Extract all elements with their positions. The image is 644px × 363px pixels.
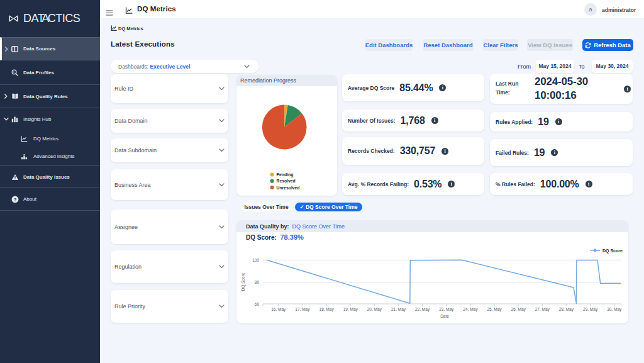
svg-text:Date: Date — [440, 314, 449, 318]
svg-text:19. May: 19. May — [343, 307, 358, 312]
svg-text:23. May: 23. May — [439, 307, 454, 312]
svg-text:29. May: 29. May — [583, 307, 598, 312]
svg-text:20. May: 20. May — [367, 307, 382, 312]
svg-text:22. May: 22. May — [415, 307, 430, 312]
svg-text:80: 80 — [255, 280, 260, 284]
svg-text:Resolved: Resolved — [277, 179, 296, 183]
svg-text:60: 60 — [255, 302, 260, 306]
svg-text:Unresolved: Unresolved — [277, 186, 300, 190]
svg-text:DQ Score: DQ Score — [241, 272, 246, 291]
svg-text:?: ? — [14, 196, 17, 202]
svg-text:26. May: 26. May — [511, 307, 526, 312]
svg-text:Pending: Pending — [277, 172, 294, 177]
svg-text:30. May: 30. May — [607, 307, 622, 312]
svg-text:21. May: 21. May — [391, 307, 406, 312]
svg-text:18. May: 18. May — [319, 307, 335, 312]
svg-text:28. May: 28. May — [559, 307, 574, 312]
svg-text:25. May: 25. May — [487, 307, 502, 312]
svg-text:16. May: 16. May — [271, 307, 286, 312]
svg-text:100: 100 — [252, 258, 259, 262]
svg-text:DQ Score: DQ Score — [602, 249, 623, 254]
svg-text:17. May: 17. May — [295, 307, 310, 312]
svg-text:27. May: 27. May — [535, 307, 550, 312]
svg-text:24. May: 24. May — [463, 307, 478, 312]
